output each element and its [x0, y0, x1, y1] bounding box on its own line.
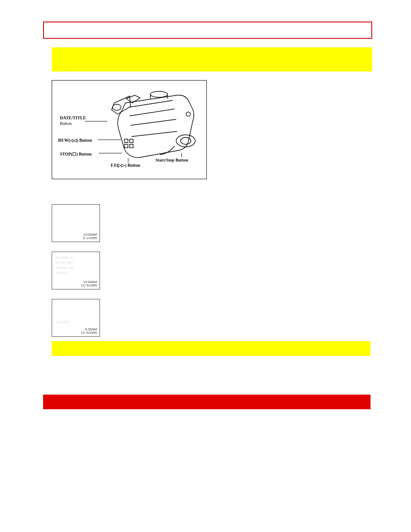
viewfinder-thumb-2: the page pr by the high different var th… [52, 252, 100, 289]
step-block: ant pnieU 6:30AM 11/ 5/1995 [52, 299, 381, 337]
yellow-highlight-strip-2 [52, 341, 371, 356]
step-block: 12:00AM 1/ 1/1995 [52, 204, 381, 242]
viewfinder-thumb-3: ant pnieU 6:30AM 11/ 5/1995 [52, 299, 100, 337]
svg-point-3 [181, 137, 191, 144]
label-start-stop: Start/Stop Button [156, 157, 188, 163]
svg-rect-4 [125, 139, 128, 143]
svg-point-0 [112, 104, 121, 110]
camcorder-diagram: DATE/TITLE Button REW(◁◁) Button STOP(☐)… [52, 80, 207, 179]
red-solid-bar [43, 395, 371, 409]
thumb-timestamp: 12:00AM 1/ 1/1995 [83, 233, 97, 240]
leader-line [85, 121, 107, 121]
yellow-highlight-box-1 [52, 47, 372, 72]
leader-line [181, 153, 182, 157]
leader-line [99, 153, 122, 153]
label-stop: STOP(☐) Button [60, 151, 92, 157]
camcorder-illustration [104, 86, 203, 163]
label-ff: F.F(▷▷) Button [111, 162, 140, 168]
svg-point-1 [150, 91, 168, 97]
step-text-placeholder [103, 252, 381, 289]
label-date-title: DATE/TITLE Button [60, 115, 86, 126]
viewfinder-thumb-1: 12:00AM 1/ 1/1995 [52, 204, 100, 242]
step-block: the page pr by the high different var th… [52, 252, 381, 289]
body-content: DATE/TITLE Button REW(◁◁) Button STOP(☐)… [26, 80, 381, 337]
svg-rect-7 [130, 144, 133, 148]
label-date-title-text: DATE/TITLE [60, 115, 86, 120]
svg-point-8 [186, 112, 190, 116]
step-text-placeholder [103, 204, 381, 242]
thumb-timestamp: 6:30AM 11/ 5/1995 [81, 328, 97, 335]
svg-point-2 [176, 135, 195, 147]
svg-rect-6 [125, 144, 128, 148]
leader-line [128, 158, 128, 162]
label-button-text: Button [60, 121, 72, 126]
thumb-timestamp: 12:00AM 11/ 5/1995 [81, 280, 97, 287]
top-red-outline-bar [43, 22, 372, 39]
label-rew: REW(◁◁) Button [58, 137, 92, 143]
leader-line [98, 140, 121, 140]
svg-rect-5 [130, 139, 133, 143]
